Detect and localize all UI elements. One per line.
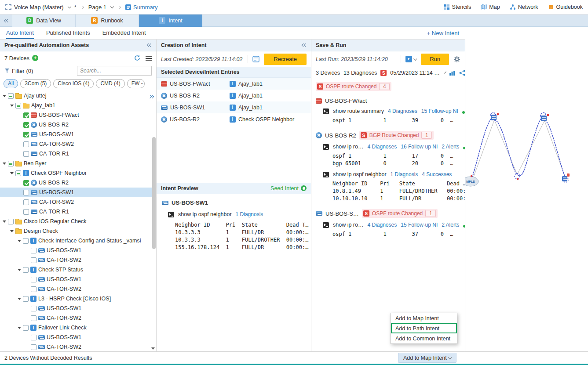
tree-item[interactable]: ICheck OSPF Neighbor [0, 168, 156, 178]
caret-expanded-icon[interactable] [10, 105, 14, 107]
tree-item[interactable]: Design Check [0, 226, 156, 236]
result-link[interactable]: 1 Diagnosis [391, 171, 418, 177]
tree-item[interactable]: US-BOS-SW1 [0, 275, 156, 284]
checkbox-unchecked-icon[interactable] [23, 267, 29, 273]
subtab-published-intents[interactable]: Published Intents [46, 27, 90, 39]
map-canvas[interactable]: MPLS [465, 27, 588, 351]
tree-item[interactable]: US-BOS-FW/act [0, 110, 156, 120]
seed-intent-button[interactable]: Seed Intent [270, 185, 307, 192]
run-timestamp[interactable]: 05/29/2023 11:14 … [390, 70, 439, 76]
tab-data-view[interactable]: DData View [12, 14, 76, 27]
filter-chip-fw-ha-c[interactable]: FW - HA C [127, 79, 145, 88]
context-menu-item[interactable]: Add to Common Intent [391, 333, 457, 343]
collapse-tabs-button[interactable] [0, 18, 12, 23]
map-title-caret-icon[interactable] [67, 5, 71, 8]
tree-item[interactable]: CA-TOR-SW2 [0, 139, 156, 149]
tree-item[interactable]: ICheck STP Status [0, 265, 156, 275]
tree-scrollbar[interactable] [152, 93, 156, 344]
map-device-peak1[interactable] [491, 113, 499, 121]
map-cloud-mpls[interactable]: MPLS [465, 175, 478, 186]
checkbox-unchecked-icon[interactable] [23, 325, 29, 331]
checkbox-unchecked-icon[interactable] [23, 151, 29, 157]
filter-chip-cmd-4[interactable]: CMD (4) [96, 79, 124, 88]
entry-row[interactable]: US-BOS-R2ICheck OSPF Neighbor [157, 113, 311, 125]
tree-item[interactable]: CA-TOR-SW2 [0, 255, 156, 265]
tree-item[interactable]: US-BOS-SW1 [0, 304, 156, 313]
scrollbar-thumb[interactable] [152, 137, 156, 249]
tree-item[interactable]: CA-TOR-R1 [0, 207, 156, 217]
caret-expanded-icon[interactable] [10, 230, 14, 232]
tree-item[interactable]: US-BOS-SW1 [0, 130, 156, 139]
log-icon[interactable] [252, 56, 259, 62]
entry-row[interactable]: US-BOS-R2IAjay_lab1 [157, 90, 311, 101]
tree-item[interactable]: ICheck Interface Config and Status _vams… [0, 236, 156, 246]
summary-link[interactable]: Summary [125, 4, 158, 11]
tree-item[interactable]: US-BOS-R2 [0, 120, 156, 130]
checkbox-unchecked-icon[interactable] [23, 199, 29, 205]
run-button[interactable]: Run [421, 54, 449, 65]
topology-share-icon[interactable] [459, 70, 465, 76]
checkbox-partial-icon[interactable] [8, 161, 14, 166]
checkbox-unchecked-icon[interactable] [31, 315, 37, 321]
filter-chip-all[interactable]: All [4, 79, 18, 88]
context-menu-item[interactable]: Add to Map Intent [391, 313, 457, 323]
refresh-icon[interactable] [134, 55, 140, 61]
checkbox-checked-icon[interactable] [23, 180, 29, 186]
device-alert-badge[interactable]: SBGP Route Changed1 [359, 131, 434, 140]
result-link[interactable]: 4 Diagnoses [388, 108, 417, 114]
tab-intent[interactable]: IIntent [139, 14, 202, 27]
nav-map[interactable]: Map [481, 4, 500, 10]
recreate-button[interactable]: Recreate [264, 54, 307, 65]
collapse-panel-icon[interactable] [147, 43, 152, 47]
checkbox-unchecked-icon[interactable] [23, 190, 29, 195]
subtab-embedded-intent[interactable]: Embedded Intent [102, 27, 146, 39]
new-intent-button[interactable]: + New Intent [427, 27, 459, 39]
gear-icon[interactable] [453, 56, 460, 63]
tab-runbook[interactable]: RRunbook [76, 14, 139, 27]
caret-expanded-icon[interactable] [3, 163, 6, 165]
nav-guidebook[interactable]: Guidebook [548, 4, 583, 10]
caret-expanded-icon[interactable] [3, 220, 6, 223]
result-link[interactable]: 2 Alerts [442, 222, 459, 228]
context-menu-item[interactable]: Add to Path Intent [391, 323, 457, 333]
result-link[interactable]: 16 Follow-up NI [401, 144, 438, 150]
checkbox-unchecked-icon[interactable] [31, 248, 37, 253]
checkbox-checked-icon[interactable] [23, 122, 29, 128]
device-alert-badge[interactable]: SOSPF route Changed1 [362, 209, 438, 218]
alert-badge[interactable]: S OSPF route Changed 4 [316, 82, 391, 91]
result-link[interactable]: 15 Follow-up NI [421, 108, 458, 114]
tree-item[interactable]: Ben Byer [0, 159, 156, 168]
tree-item[interactable]: CA-TOR-SW2 [0, 342, 156, 351]
checkbox-unchecked-icon[interactable] [31, 344, 37, 350]
tree-item[interactable]: US-BOS-SW1 [0, 246, 156, 255]
caret-expanded-icon[interactable] [18, 298, 21, 300]
tree-item[interactable]: US-BOS-SW1 [0, 332, 156, 342]
filter-funnel-icon[interactable] [4, 68, 10, 73]
filter-label[interactable]: Filter (0) [12, 68, 33, 74]
checkbox-unchecked-icon[interactable] [23, 238, 29, 244]
checkbox-partial-icon[interactable] [15, 170, 21, 176]
scroll-down-icon[interactable] [151, 347, 155, 350]
result-link[interactable]: 4 Diagnoses [367, 144, 397, 150]
caret-expanded-icon[interactable] [18, 327, 21, 329]
add-device-icon[interactable] [32, 55, 38, 61]
nav-stencils[interactable]: Stencils [444, 4, 471, 10]
diagnosis-link[interactable]: 1 Diagnosis [236, 211, 263, 217]
checkbox-unchecked-icon[interactable] [31, 306, 37, 311]
checkbox-unchecked-icon[interactable] [23, 296, 29, 302]
add-to-map-intent-button[interactable]: Add to Map Intent [398, 353, 457, 363]
caret-expanded-icon[interactable] [18, 269, 21, 271]
checkbox-partial-icon[interactable] [15, 103, 21, 108]
tree-item[interactable]: Ajay uttej [0, 91, 156, 101]
search-input[interactable] [80, 68, 149, 74]
tree-item[interactable]: US-BOS-SW1 [0, 188, 156, 197]
result-link[interactable]: 4 Successes [422, 171, 452, 177]
tree-item[interactable]: CA-TOR-SW2 [0, 197, 156, 207]
nav-network[interactable]: Network [510, 4, 538, 10]
checkbox-unchecked-icon[interactable] [23, 209, 29, 215]
caret-expanded-icon[interactable] [18, 240, 21, 242]
hamburger-menu-icon[interactable] [146, 56, 152, 61]
chart-icon[interactable] [449, 70, 455, 76]
tree-item[interactable]: Cisco IOS Regular Check [0, 217, 156, 226]
timestamp-caret-icon[interactable] [444, 72, 446, 74]
